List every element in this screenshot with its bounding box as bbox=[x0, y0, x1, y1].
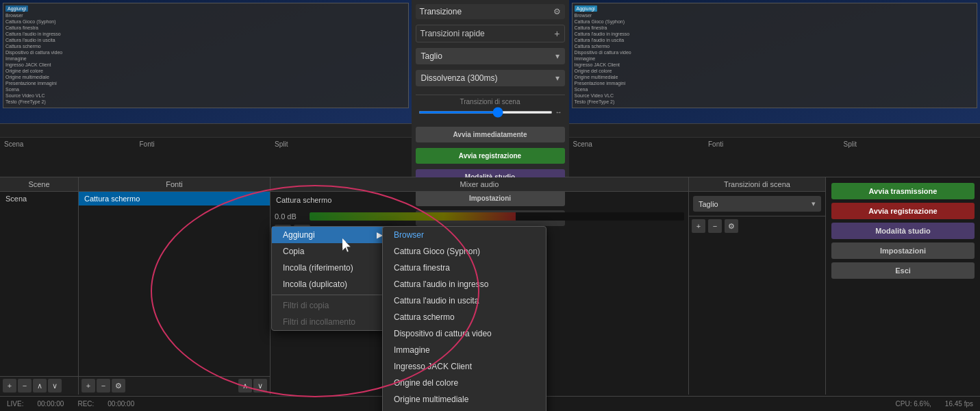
source-item-cattura-schermo[interactable]: Cattura schermo bbox=[79, 192, 270, 206]
context-incolla-rif-label: Incolla (riferimento) bbox=[283, 263, 353, 273]
avvia-registrazione-btn[interactable]: Avvia registrazione bbox=[831, 203, 975, 219]
scene-entry-1[interactable]: Scena bbox=[0, 192, 78, 206]
mini-text-colore: Origine del colore bbox=[5, 68, 43, 73]
fonte-remove-btn[interactable]: − bbox=[97, 379, 110, 393]
submenu-cattura-audio-out-label: Cattura l'audio in uscita bbox=[394, 296, 479, 306]
transition-slider[interactable] bbox=[418, 111, 553, 114]
transizioni-title: Transizioni di scena bbox=[689, 177, 825, 192]
context-filtri-copia-label: Filtri di copia bbox=[283, 301, 329, 310]
mini-right-text-12: Presentazione immagini bbox=[575, 81, 626, 86]
transizioni-add-btn[interactable]: + bbox=[692, 219, 705, 233]
transizioni-settings-btn[interactable]: ⚙ bbox=[725, 219, 738, 233]
avvia-registrazione-mini-btn[interactable]: Avvia registrazione bbox=[416, 148, 565, 164]
mini-text-browser: Browser bbox=[5, 13, 23, 18]
submenu-browser-label: Browser bbox=[394, 230, 424, 240]
mini-right-text-4: Cattura l'audio in ingresso bbox=[575, 32, 630, 36]
context-copia-label: Copia bbox=[283, 247, 304, 256]
fonte-up-btn[interactable]: ∧ bbox=[238, 379, 252, 393]
context-aggiungi[interactable]: Aggiungi ▶ bbox=[272, 227, 394, 243]
left-scene-label: Scena bbox=[4, 140, 137, 149]
mini-right-text-11: Origine multimediale bbox=[575, 75, 618, 79]
scene-remove-btn[interactable]: − bbox=[18, 379, 32, 393]
submenu-cattura-audio-out[interactable]: Cattura l'audio in uscita bbox=[383, 292, 546, 309]
context-separator-1 bbox=[272, 295, 394, 295]
fast-transitions-label: Transizioni rapide bbox=[420, 29, 485, 38]
submenu-browser[interactable]: Browser bbox=[383, 227, 546, 243]
mini-right-text-8: Immagine bbox=[575, 56, 596, 61]
dissolvenza-chevron-icon: ▾ bbox=[555, 73, 560, 83]
modalita-studio-btn[interactable]: Modalità studio bbox=[831, 223, 975, 239]
submenu-cattura-schermo[interactable]: Cattura schermo bbox=[383, 309, 546, 325]
source-name-cattura: Cattura schermo bbox=[84, 195, 140, 203]
mini-text-presentazione: Presentazione immagini bbox=[5, 81, 57, 86]
taglio-label[interactable]: Taglio bbox=[421, 51, 442, 61]
submenu-dispositivo[interactable]: Dispositivo di cattura video bbox=[383, 325, 546, 342]
scene-panel-footer: + − ∧ ∨ bbox=[0, 376, 78, 395]
context-incolla-dup[interactable]: Incolla (duplicato) bbox=[272, 276, 394, 292]
submenu-cattura-gioco[interactable]: Cattura Gioco (Syphon) bbox=[383, 243, 546, 260]
transizione-dropdown[interactable]: Taglio ▾ bbox=[693, 196, 821, 212]
scene-panel-title: Scene bbox=[0, 177, 78, 192]
fonte-settings-btn[interactable]: ⚙ bbox=[112, 379, 125, 393]
mini-right-text-1: Browser bbox=[575, 13, 592, 18]
submenu-cattura-audio-in[interactable]: Cattura l'audio in ingresso bbox=[383, 276, 546, 292]
top-preview-container: Aggiungi Browser Cattura Gioco (Syphon) … bbox=[0, 0, 980, 177]
cpu-label: CPU: 6.6%, bbox=[896, 400, 931, 408]
submenu-origine-multimediale[interactable]: Origine multimediale bbox=[383, 391, 546, 408]
transizione-taglio-label: Taglio bbox=[699, 200, 718, 208]
mini-text-immagine: Immagine bbox=[5, 56, 27, 61]
scene-down-btn[interactable]: ∨ bbox=[48, 379, 62, 393]
context-filtri-copia: Filtri di copia bbox=[272, 297, 394, 314]
submenu-cattura-gioco-label: Cattura Gioco (Syphon) bbox=[394, 247, 480, 256]
mini-right-text-15: Testo (FreeType 2) bbox=[575, 99, 615, 104]
fake-taskbar-right bbox=[569, 123, 981, 137]
submenu-immagine-label: Immagine bbox=[394, 345, 430, 355]
submenu-presentazione[interactable]: Presentazione immagini bbox=[383, 408, 546, 411]
impostazioni-btn[interactable]: Impostazioni bbox=[831, 242, 975, 259]
audio-source-name: Cattura schermo bbox=[271, 192, 688, 208]
gear-icon[interactable]: ⚙ bbox=[553, 7, 561, 16]
dissolvenza-label[interactable]: Dissolvenza (300ms) bbox=[421, 73, 498, 83]
submenu-cattura-audio-in-label: Cattura l'audio in ingresso bbox=[394, 279, 488, 289]
scene-add-btn[interactable]: + bbox=[3, 379, 16, 393]
right-split-label: Split bbox=[844, 140, 977, 149]
mini-right-text-9: Ingresso JACK Client bbox=[575, 62, 620, 67]
context-copia[interactable]: Copia bbox=[272, 243, 394, 260]
mini-text-schermo: Cattura schermo bbox=[5, 44, 41, 49]
submenu-jack[interactable]: Ingresso JACK Client bbox=[383, 358, 546, 375]
scene-up-btn[interactable]: ∧ bbox=[33, 379, 47, 393]
esci-btn[interactable]: Esci bbox=[831, 262, 975, 279]
right-preview-canvas: Aggiungi Browser Cattura Gioco (Syphon) … bbox=[569, 0, 981, 137]
mini-pill-right-1: Aggiungi bbox=[575, 5, 597, 12]
obs-fake-screen-left: Aggiungi Browser Cattura Gioco (Syphon) … bbox=[0, 0, 412, 137]
mini-right-text-2: Cattura Gioco (Syphon) bbox=[575, 19, 625, 24]
fonti-panel-footer: + − ⚙ ∧ ∨ bbox=[79, 376, 270, 395]
submenu-origine-colore[interactable]: Origine del colore bbox=[383, 375, 546, 391]
context-incolla-rif[interactable]: Incolla (riferimento) bbox=[272, 260, 394, 276]
avvia-trasmissione-btn[interactable]: Avvia trasmissione bbox=[831, 183, 975, 199]
audio-mixer-title: Mixer audio bbox=[271, 177, 688, 192]
mini-text-multimediale: Origine multimediale bbox=[5, 75, 49, 79]
submenu-cattura-finestra[interactable]: Cattura finestra bbox=[383, 260, 546, 276]
right-fonti-label: Fonti bbox=[708, 140, 841, 149]
context-incolla-dup-label: Incolla (duplicato) bbox=[283, 279, 347, 289]
fonti-panel-title: Fonti bbox=[79, 177, 270, 192]
fonte-add-btn[interactable]: + bbox=[81, 379, 95, 393]
live-time: 00:00:00 bbox=[37, 400, 64, 408]
mini-text-cattura: Cattura Gioco (Syphon) bbox=[5, 19, 56, 24]
transizioni-remove-btn[interactable]: − bbox=[708, 219, 722, 233]
submenu-origine-multimediale-label: Origine multimediale bbox=[394, 395, 468, 404]
fonti-panel: Fonti Cattura schermo + − ⚙ ∧ ∨ bbox=[79, 177, 271, 395]
mini-right-text-7: Dispositivo di cattura video bbox=[575, 50, 631, 55]
left-preview-canvas: Aggiungi Browser Cattura Gioco (Syphon) … bbox=[0, 0, 412, 137]
center-transition-area: Transizione ⚙ Transizioni rapide + Tagli… bbox=[412, 0, 569, 177]
obs-fake-screen-right: Aggiungi Browser Cattura Gioco (Syphon) … bbox=[569, 0, 981, 137]
add-fast-transition-icon[interactable]: + bbox=[554, 28, 560, 39]
submenu-aggiungi: Browser Cattura Gioco (Syphon) Cattura f… bbox=[382, 226, 546, 411]
submenu-immagine[interactable]: Immagine bbox=[383, 342, 546, 358]
mini-right-text-14: Source Video VLC bbox=[575, 93, 614, 98]
mini-text-dispositivo: Dispositivo di cattura video bbox=[5, 50, 62, 55]
fonte-down-btn[interactable]: ∨ bbox=[253, 379, 267, 393]
avvia-immediata-btn[interactable]: Avvia immediatamente bbox=[416, 127, 565, 142]
level-bars bbox=[310, 212, 684, 221]
